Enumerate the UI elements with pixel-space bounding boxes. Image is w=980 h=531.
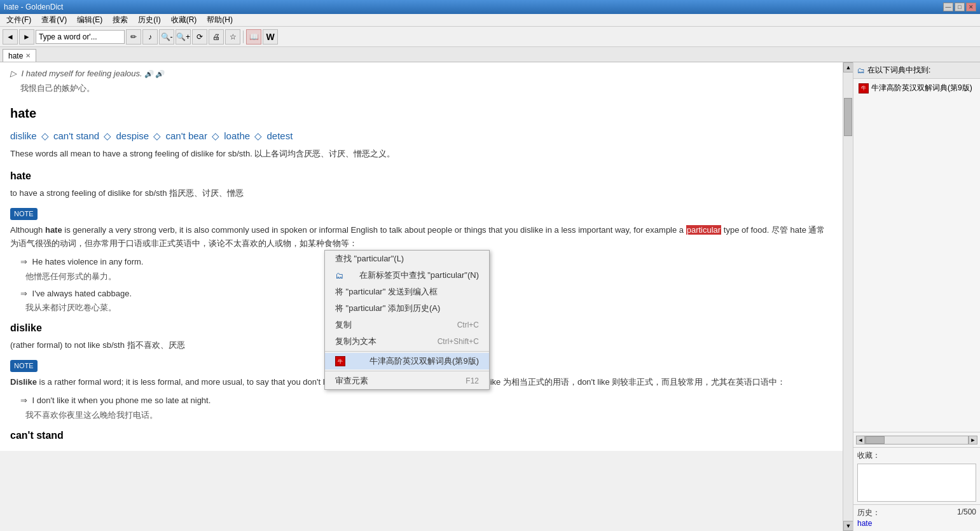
menu-history[interactable]: 历史(I) [134, 14, 164, 26]
menu-help[interactable]: 帮助(H) [203, 14, 237, 26]
note-badge-2: NOTE [10, 360, 38, 373]
right-panel-scrollbar-thumb[interactable] [866, 436, 885, 444]
print-button[interactable]: 🖨 [209, 29, 224, 45]
toolbar: ◄ ► ✏ ♪ 🔍- 🔍+ ⟳ 🖨 ☆ 📖 W [0, 27, 980, 47]
close-button[interactable]: ✕ [966, 3, 976, 11]
right-panel-dict-list: 牛 牛津高阶英汉双解词典(第9版) [853, 79, 980, 266]
context-menu-item-find-newtab[interactable]: 🗂 在新标签页中查找 "particular"(N) [325, 267, 489, 284]
menu-search[interactable]: 搜索 [109, 14, 132, 26]
dict-icon-context: 牛 [335, 356, 345, 366]
syn-loathe[interactable]: loathe [224, 130, 250, 141]
menu-file[interactable]: 文件(F) [3, 14, 35, 26]
tabbar: hate ✕ [0, 47, 980, 62]
titlebar: hate - GoldenDict — □ ✕ [0, 0, 980, 14]
refresh-button[interactable]: ⟳ [192, 29, 207, 45]
right-panel-empty [853, 266, 980, 432]
audio-button[interactable]: ♪ [142, 29, 158, 45]
scan-button[interactable]: 📖 [246, 29, 261, 45]
right-panel-bookmarks: 收藏： [853, 447, 980, 504]
context-menu: 查找 "particular"(L) 🗂 在新标签页中查找 "particula… [324, 250, 490, 390]
syn-despise[interactable]: despise [116, 130, 149, 141]
scroll-up-button[interactable]: ▲ [843, 62, 853, 72]
right-panel: 🗂 在以下词典中找到: 牛 牛津高阶英汉双解词典(第9版) ◄ ► 收藏： [853, 62, 980, 531]
bookmarks-area [857, 464, 976, 502]
titlebar-title: hate - GoldenDict [4, 3, 63, 11]
right-panel-dict-item[interactable]: 牛 牛津高阶英汉双解词典(第9版) [856, 81, 977, 95]
content-scroll[interactable]: ▷ I hated myself for feeling jealous. 🔊 … [0, 62, 843, 531]
scroll-track[interactable] [843, 72, 853, 521]
history-label: 历史： [857, 507, 880, 518]
context-menu-item-history[interactable]: 将 "particular" 添加到历史(A) [325, 300, 489, 317]
forward-button[interactable]: ► [19, 29, 34, 45]
description: These words all mean to have a strong fe… [10, 148, 832, 161]
bookmark-button[interactable]: ☆ [225, 29, 240, 45]
wiki-button[interactable]: W [263, 29, 278, 45]
diamond-5: ◇ [254, 130, 262, 141]
section-hate-note: Although hate is generally a very strong… [10, 224, 832, 251]
prev-example-zh: 我恨自己的嫉妒心。 [10, 82, 832, 95]
titlebar-controls: — □ ✕ [943, 3, 976, 11]
right-panel-scroll-area: ◄ ► [853, 266, 980, 448]
menubar: 文件(F) 查看(V) 编辑(E) 搜索 历史(I) 收藏(R) 帮助(H) [0, 14, 980, 27]
example-dislike-1: ⇒ I don't like it when you phone me so l… [20, 394, 832, 408]
main-word: hate [10, 103, 832, 123]
context-menu-item-copy-text[interactable]: 复制为文本 Ctrl+Shift+C [325, 333, 489, 350]
edit-button[interactable]: ✏ [126, 29, 141, 45]
right-panel-header-icon: 🗂 [857, 66, 865, 75]
diamond-2: ◇ [104, 130, 111, 141]
right-panel-scrollbar-track[interactable] [865, 436, 969, 445]
history-count: 1/500 [957, 507, 976, 518]
menu-edit[interactable]: 编辑(E) [73, 14, 106, 26]
history-label-row: 历史： 1/500 [857, 507, 976, 518]
syn-cant-stand[interactable]: can't stand [53, 130, 99, 141]
context-menu-item-copy[interactable]: 复制 Ctrl+C [325, 317, 489, 333]
context-menu-separator-2 [325, 371, 489, 371]
tab-hate[interactable]: hate ✕ [3, 49, 36, 62]
back-button[interactable]: ◄ [3, 29, 18, 45]
menu-view[interactable]: 查看(V) [38, 14, 71, 26]
right-panel-header: 🗂 在以下词典中找到: [853, 62, 980, 79]
content-area: ▷ I hated myself for feeling jealous. 🔊 … [0, 62, 843, 451]
context-menu-separator-1 [325, 351, 489, 352]
bookmarks-label: 收藏： [857, 450, 976, 461]
highlighted-word: particular [686, 225, 721, 235]
synonym-line: dislike ◇ can't stand ◇ despise ◇ can't … [10, 128, 832, 144]
maximize-button[interactable]: □ [955, 3, 965, 11]
syn-dislike[interactable]: dislike [10, 130, 37, 141]
diamond-3: ◇ [153, 130, 161, 141]
context-menu-item-send[interactable]: 将 "particular" 发送到编入框 [325, 284, 489, 300]
search-input[interactable] [36, 30, 125, 44]
main-layout: ▷ I hated myself for feeling jealous. 🔊 … [0, 62, 980, 531]
zoom-out-button[interactable]: 🔍- [159, 29, 174, 45]
minimize-button[interactable]: — [943, 3, 953, 11]
right-panel-history: 历史： 1/500 hate [853, 504, 980, 531]
content-wrapper: ▷ I hated myself for feeling jealous. 🔊 … [0, 62, 853, 531]
section-cantstand-heading: can't stand [10, 427, 832, 444]
right-panel-header-label: 在以下词典中找到: [867, 65, 930, 76]
context-menu-item-find[interactable]: 查找 "particular"(L) [325, 251, 489, 267]
context-menu-item-dict[interactable]: 牛 牛津高阶英汉双解词典(第9版) [325, 353, 489, 369]
menu-bookmarks[interactable]: 收藏(R) [167, 14, 201, 26]
tab-close-icon[interactable]: ✕ [25, 52, 31, 59]
note-badge-1: NOTE [10, 208, 38, 221]
right-panel-scrollbar-row: ◄ ► [853, 432, 980, 447]
tab-label: hate [8, 52, 23, 60]
right-panel-scroll-left[interactable]: ◄ [856, 436, 865, 445]
scroll-down-button[interactable]: ▼ [843, 521, 853, 531]
syn-detest[interactable]: detest [266, 130, 293, 141]
history-item-hate[interactable]: hate [857, 518, 976, 528]
content-scrollbar[interactable]: ▲ ▼ [843, 62, 853, 531]
diamond-1: ◇ [41, 130, 49, 141]
section-hate-def: to have a strong feeling of dislike for … [10, 187, 832, 200]
scroll-thumb[interactable] [844, 98, 852, 136]
right-panel-dict-icon: 牛 [859, 83, 869, 93]
right-panel-dict-name: 牛津高阶英汉双解词典(第9版) [871, 83, 972, 93]
prev-example: ▷ I hated myself for feeling jealous. 🔊 … [10, 67, 832, 81]
example-dislike-1-zh: 我不喜欢你夜里这么晚给我打电话。 [25, 409, 832, 422]
context-menu-item-inspect[interactable]: 审查元素 F12 [325, 373, 489, 389]
section-hate-heading: hate [10, 168, 832, 184]
syn-cant-bear[interactable]: can't bear [166, 130, 207, 141]
zoom-in-button[interactable]: 🔍+ [176, 29, 191, 45]
right-panel-scroll-right[interactable]: ► [969, 436, 977, 445]
diamond-4: ◇ [212, 130, 219, 141]
